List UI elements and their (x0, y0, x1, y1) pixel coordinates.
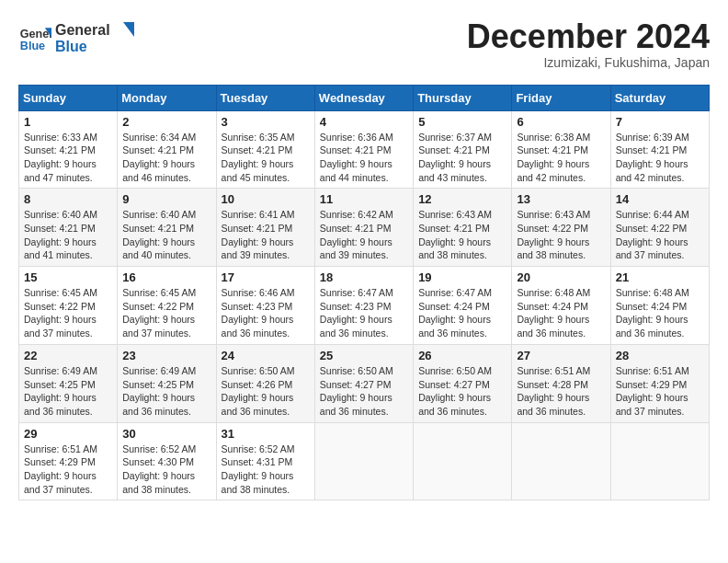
day-info: Sunrise: 6:42 AMSunset: 4:21 PMDaylight:… (320, 209, 393, 260)
table-row: 2 Sunrise: 6:34 AMSunset: 4:21 PMDayligh… (118, 110, 216, 189)
day-info: Sunrise: 6:40 AMSunset: 4:21 PMDaylight:… (24, 209, 97, 260)
day-info: Sunrise: 6:33 AMSunset: 4:21 PMDaylight:… (24, 132, 97, 183)
day-number: 31 (222, 427, 310, 441)
svg-text:Blue: Blue (20, 40, 45, 52)
day-number: 8 (24, 192, 112, 206)
table-row: 19 Sunrise: 6:47 AMSunset: 4:24 PMDaylig… (414, 267, 512, 345)
title-block: December 2024 Izumizaki, Fukushima, Japa… (467, 18, 710, 70)
day-number: 24 (222, 349, 310, 362)
table-row: 9 Sunrise: 6:40 AMSunset: 4:21 PMDayligh… (118, 189, 216, 267)
calendar-week-row: 15 Sunrise: 6:45 AMSunset: 4:22 PMDaylig… (19, 267, 710, 345)
table-row (610, 422, 709, 500)
day-info: Sunrise: 6:34 AMSunset: 4:21 PMDaylight:… (122, 132, 196, 183)
table-row: 14 Sunrise: 6:44 AMSunset: 4:22 PMDaylig… (610, 189, 709, 267)
day-number: 1 (24, 115, 112, 129)
table-row: 27 Sunrise: 6:51 AMSunset: 4:28 PMDaylig… (512, 344, 610, 422)
day-number: 20 (517, 270, 605, 284)
day-number: 21 (616, 270, 704, 284)
day-info: Sunrise: 6:48 AMSunset: 4:24 PMDaylight:… (517, 287, 590, 339)
calendar-week-row: 29 Sunrise: 6:51 AMSunset: 4:29 PMDaylig… (19, 422, 710, 500)
day-info: Sunrise: 6:45 AMSunset: 4:22 PMDaylight:… (24, 287, 97, 339)
table-row: 5 Sunrise: 6:37 AMSunset: 4:21 PMDayligh… (414, 110, 512, 189)
day-number: 29 (24, 427, 112, 441)
day-number: 16 (122, 270, 210, 284)
calendar-week-row: 1 Sunrise: 6:33 AMSunset: 4:21 PMDayligh… (19, 110, 710, 189)
table-row: 23 Sunrise: 6:49 AMSunset: 4:25 PMDaylig… (118, 344, 216, 422)
table-row: 25 Sunrise: 6:50 AMSunset: 4:27 PMDaylig… (314, 344, 413, 422)
table-row: 29 Sunrise: 6:51 AMSunset: 4:29 PMDaylig… (19, 422, 118, 500)
day-info: Sunrise: 6:51 AMSunset: 4:29 PMDaylight:… (24, 443, 97, 495)
day-info: Sunrise: 6:50 AMSunset: 4:26 PMDaylight:… (222, 365, 295, 417)
logo-icon: General Blue (18, 21, 51, 54)
table-row: 8 Sunrise: 6:40 AMSunset: 4:21 PMDayligh… (19, 189, 118, 267)
col-thursday: Thursday (414, 85, 512, 110)
day-number: 23 (122, 349, 210, 362)
day-info: Sunrise: 6:43 AMSunset: 4:22 PMDaylight:… (517, 209, 590, 260)
day-number: 17 (222, 270, 310, 284)
day-info: Sunrise: 6:47 AMSunset: 4:23 PMDaylight:… (320, 287, 393, 339)
day-info: Sunrise: 6:35 AMSunset: 4:21 PMDaylight:… (222, 132, 295, 183)
calendar-body: 1 Sunrise: 6:33 AMSunset: 4:21 PMDayligh… (19, 110, 710, 500)
table-row: 12 Sunrise: 6:43 AMSunset: 4:21 PMDaylig… (414, 189, 512, 267)
table-row: 26 Sunrise: 6:50 AMSunset: 4:27 PMDaylig… (414, 344, 512, 422)
day-info: Sunrise: 6:37 AMSunset: 4:21 PMDaylight:… (418, 132, 492, 183)
table-row (414, 422, 512, 500)
logo: General Blue General Blue (18, 18, 138, 57)
month-title: December 2024 (467, 18, 710, 55)
table-row: 18 Sunrise: 6:47 AMSunset: 4:23 PMDaylig… (314, 267, 413, 345)
day-info: Sunrise: 6:45 AMSunset: 4:22 PMDaylight:… (122, 287, 196, 339)
table-row: 4 Sunrise: 6:36 AMSunset: 4:21 PMDayligh… (314, 110, 413, 189)
day-number: 5 (418, 115, 506, 129)
day-info: Sunrise: 6:39 AMSunset: 4:21 PMDaylight:… (616, 132, 689, 183)
table-row: 7 Sunrise: 6:39 AMSunset: 4:21 PMDayligh… (610, 110, 709, 189)
day-info: Sunrise: 6:49 AMSunset: 4:25 PMDaylight:… (122, 365, 196, 417)
day-info: Sunrise: 6:40 AMSunset: 4:21 PMDaylight:… (122, 209, 196, 260)
day-number: 12 (418, 192, 506, 206)
table-row: 17 Sunrise: 6:46 AMSunset: 4:23 PMDaylig… (216, 267, 314, 345)
day-number: 26 (418, 349, 506, 362)
table-row (314, 422, 413, 500)
svg-text:Blue: Blue (55, 39, 87, 54)
col-friday: Friday (512, 85, 610, 110)
calendar-table: Sunday Monday Tuesday Wednesday Thursday… (18, 85, 710, 501)
day-info: Sunrise: 6:49 AMSunset: 4:25 PMDaylight:… (24, 365, 97, 417)
day-number: 18 (320, 270, 408, 284)
col-sunday: Sunday (19, 85, 118, 110)
table-row: 6 Sunrise: 6:38 AMSunset: 4:21 PMDayligh… (512, 110, 610, 189)
table-row: 22 Sunrise: 6:49 AMSunset: 4:25 PMDaylig… (19, 344, 118, 422)
col-tuesday: Tuesday (216, 85, 314, 110)
day-number: 13 (517, 192, 605, 206)
table-row: 13 Sunrise: 6:43 AMSunset: 4:22 PMDaylig… (512, 189, 610, 267)
day-info: Sunrise: 6:52 AMSunset: 4:31 PMDaylight:… (222, 443, 295, 495)
svg-text:General: General (55, 22, 110, 38)
day-number: 14 (616, 192, 704, 206)
day-number: 10 (222, 192, 310, 206)
day-number: 19 (418, 270, 506, 284)
day-info: Sunrise: 6:47 AMSunset: 4:24 PMDaylight:… (418, 287, 492, 339)
calendar-week-row: 22 Sunrise: 6:49 AMSunset: 4:25 PMDaylig… (19, 344, 710, 422)
calendar-week-row: 8 Sunrise: 6:40 AMSunset: 4:21 PMDayligh… (19, 189, 710, 267)
col-monday: Monday (118, 85, 216, 110)
day-number: 11 (320, 192, 408, 206)
svg-marker-5 (123, 22, 134, 37)
day-number: 15 (24, 270, 112, 284)
table-row: 31 Sunrise: 6:52 AMSunset: 4:31 PMDaylig… (216, 422, 314, 500)
table-row: 16 Sunrise: 6:45 AMSunset: 4:22 PMDaylig… (118, 267, 216, 345)
table-row: 28 Sunrise: 6:51 AMSunset: 4:29 PMDaylig… (610, 344, 709, 422)
day-info: Sunrise: 6:36 AMSunset: 4:21 PMDaylight:… (320, 132, 393, 183)
table-row: 3 Sunrise: 6:35 AMSunset: 4:21 PMDayligh… (216, 110, 314, 189)
table-row: 24 Sunrise: 6:50 AMSunset: 4:26 PMDaylig… (216, 344, 314, 422)
day-number: 2 (122, 115, 210, 129)
day-info: Sunrise: 6:43 AMSunset: 4:21 PMDaylight:… (418, 209, 492, 260)
day-info: Sunrise: 6:46 AMSunset: 4:23 PMDaylight:… (222, 287, 295, 339)
table-row: 11 Sunrise: 6:42 AMSunset: 4:21 PMDaylig… (314, 189, 413, 267)
page-header: General Blue General Blue December 2024 … (18, 18, 710, 70)
location: Izumizaki, Fukushima, Japan (467, 55, 710, 70)
day-number: 3 (222, 115, 310, 129)
logo-text: General Blue (55, 18, 138, 57)
table-row: 20 Sunrise: 6:48 AMSunset: 4:24 PMDaylig… (512, 267, 610, 345)
day-info: Sunrise: 6:41 AMSunset: 4:21 PMDaylight:… (222, 209, 295, 260)
table-row: 30 Sunrise: 6:52 AMSunset: 4:30 PMDaylig… (118, 422, 216, 500)
table-row: 1 Sunrise: 6:33 AMSunset: 4:21 PMDayligh… (19, 110, 118, 189)
col-saturday: Saturday (610, 85, 709, 110)
